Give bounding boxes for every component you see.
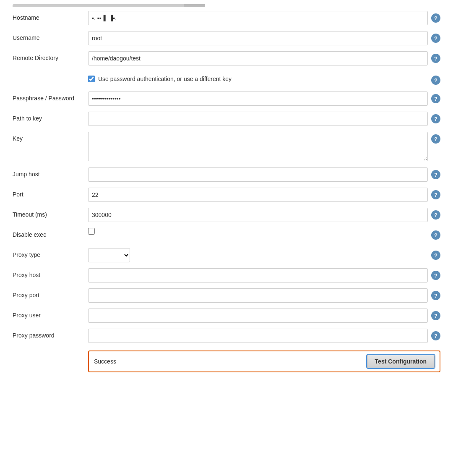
proxy-user-input[interactable] [88, 309, 428, 323]
proxy-user-help-icon[interactable]: ? [431, 311, 440, 320]
port-label: Port [13, 188, 88, 198]
hostname-input-wrap [88, 11, 428, 25]
path-to-key-row: Path to key ? [13, 112, 440, 127]
jump-host-help-icon[interactable]: ? [431, 170, 440, 179]
proxy-type-help-icon[interactable]: ? [431, 251, 440, 260]
key-help-icon[interactable]: ? [431, 134, 440, 144]
proxy-user-row: Proxy user ? [13, 309, 440, 324]
path-to-key-input-wrap [88, 112, 428, 126]
proxy-user-input-wrap [88, 309, 428, 323]
username-label: Username [13, 31, 88, 41]
port-help-icon[interactable]: ? [431, 190, 440, 199]
jump-host-input[interactable] [88, 167, 428, 182]
username-row: Username ? [13, 31, 440, 46]
timeout-help-icon[interactable]: ? [431, 210, 440, 220]
remote-directory-help-icon[interactable]: ? [431, 54, 440, 63]
bottom-action-bar: Success Test Configuration [88, 350, 440, 372]
hostname-row: Hostname ? [13, 11, 440, 26]
key-label: Key [13, 132, 88, 142]
proxy-password-help-icon[interactable]: ? [431, 331, 440, 340]
use-password-checkbox[interactable] [88, 76, 95, 82]
username-help-icon[interactable]: ? [431, 34, 440, 43]
proxy-type-label: Proxy type [13, 248, 88, 258]
status-text: Success [94, 358, 367, 365]
remote-directory-input-wrap [88, 51, 428, 65]
disable-exec-help-icon[interactable]: ? [431, 230, 440, 240]
scroll-indicator [13, 4, 440, 7]
use-password-row: Use password authentication, or use a di… [13, 71, 440, 86]
disable-exec-label: Disable exec [13, 228, 88, 238]
proxy-host-label: Proxy host [13, 268, 88, 278]
path-to-key-help-icon[interactable]: ? [431, 114, 440, 123]
remote-directory-label: Remote Directory [13, 51, 88, 61]
passphrase-input-wrap [88, 92, 428, 106]
port-row: Port ? [13, 188, 440, 203]
timeout-input-wrap [88, 208, 428, 222]
remote-directory-row: Remote Directory ? [13, 51, 440, 66]
proxy-host-input[interactable] [88, 268, 428, 282]
proxy-password-input-wrap [88, 329, 428, 343]
hostname-help-icon[interactable]: ? [431, 13, 440, 23]
jump-host-label: Jump host [13, 167, 88, 178]
proxy-host-help-icon[interactable]: ? [431, 271, 440, 280]
proxy-port-help-icon[interactable]: ? [431, 291, 440, 300]
proxy-port-label: Proxy port [13, 288, 88, 298]
path-to-key-label: Path to key [13, 112, 88, 122]
proxy-port-input[interactable] [88, 288, 428, 303]
proxy-host-row: Proxy host ? [13, 268, 440, 283]
proxy-port-row: Proxy port ? [13, 288, 440, 303]
disable-exec-input-wrap [88, 228, 428, 235]
timeout-label: Timeout (ms) [13, 208, 88, 218]
proxy-password-label: Proxy password [13, 329, 88, 339]
port-input[interactable] [88, 188, 428, 202]
disable-exec-row: Disable exec ? [13, 228, 440, 243]
use-password-help-icon[interactable]: ? [431, 76, 440, 85]
passphrase-label: Passphrase / Password [13, 92, 88, 102]
username-input[interactable] [88, 31, 428, 45]
hostname-label: Hostname [13, 11, 88, 21]
path-to-key-input[interactable] [88, 112, 428, 126]
timeout-row: Timeout (ms) ? [13, 208, 440, 223]
proxy-user-label: Proxy user [13, 309, 88, 319]
key-textarea[interactable] [88, 132, 428, 161]
proxy-password-input[interactable] [88, 329, 428, 343]
key-row: Key ? [13, 132, 440, 162]
username-input-wrap [88, 31, 428, 45]
proxy-type-row: Proxy type HTTP SOCKS5 ? [13, 248, 440, 263]
disable-exec-checkbox[interactable] [88, 228, 95, 235]
test-configuration-button[interactable]: Test Configuration [367, 355, 435, 368]
jump-host-input-wrap [88, 167, 428, 182]
timeout-input[interactable] [88, 208, 428, 222]
proxy-host-input-wrap [88, 268, 428, 282]
use-password-label[interactable]: Use password authentication, or use a di… [98, 76, 428, 82]
passphrase-input[interactable] [88, 92, 428, 106]
remote-directory-input[interactable] [88, 51, 428, 65]
proxy-port-input-wrap [88, 288, 428, 303]
key-input-wrap [88, 132, 428, 162]
jump-host-row: Jump host ? [13, 167, 440, 183]
port-input-wrap [88, 188, 428, 202]
proxy-password-row: Proxy password ? [13, 329, 440, 344]
proxy-type-input-wrap: HTTP SOCKS5 [88, 248, 428, 262]
passphrase-help-icon[interactable]: ? [431, 94, 440, 103]
proxy-type-select[interactable]: HTTP SOCKS5 [88, 248, 130, 262]
passphrase-row: Passphrase / Password ? [13, 92, 440, 107]
hostname-input[interactable] [88, 11, 428, 25]
